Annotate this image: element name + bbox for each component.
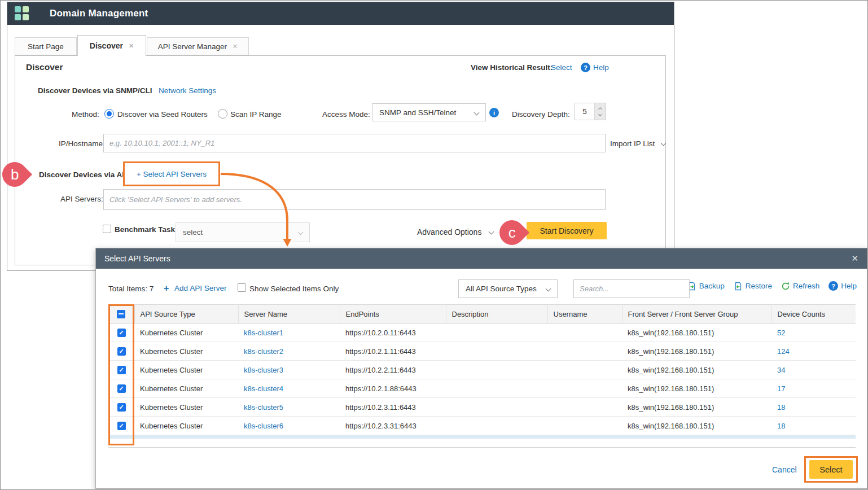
restore-button[interactable]: Restore: [734, 282, 772, 291]
network-settings-link[interactable]: Network Settings: [159, 86, 216, 95]
help-link[interactable]: Help: [593, 63, 609, 72]
server-name-link[interactable]: k8s-cluster4: [244, 384, 283, 393]
help-button[interactable]: ? Help: [828, 281, 857, 291]
tab-api-server-manager[interactable]: API Server Manager ✕: [147, 37, 249, 55]
api-source-type-filter[interactable]: All API Source Types: [458, 279, 558, 298]
app-header: Domain Management: [7, 2, 674, 25]
refresh-button[interactable]: Refresh: [781, 282, 819, 291]
row-checkbox[interactable]: [117, 347, 126, 356]
select-api-servers-link[interactable]: + Select API Servers: [137, 170, 207, 178]
endpoints-cell: https://10.2.3.31:6443: [340, 417, 446, 435]
description-cell: [446, 342, 547, 361]
ip-hostname-input[interactable]: [103, 134, 606, 152]
backup-button[interactable]: Backup: [687, 282, 725, 291]
page: Domain Management Start Page Discover ✕ …: [0, 0, 868, 490]
page-title: Discover: [26, 62, 63, 72]
benchmark-task-select[interactable]: select: [176, 222, 310, 242]
table-row: Kubernetes Clusterk8s-cluster2https://10…: [108, 342, 856, 361]
plus-icon: +: [164, 283, 169, 293]
column-header: Username: [547, 305, 622, 323]
api-servers-input[interactable]: [103, 189, 606, 210]
discovery-depth-stepper[interactable]: 5: [575, 103, 606, 120]
select-all-checkbox[interactable]: [117, 310, 125, 318]
table-cell: k8s-cluster1: [238, 323, 340, 342]
username-cell: [547, 342, 622, 361]
table-cell: 124: [771, 342, 856, 361]
advanced-options-toggle[interactable]: Advanced Options: [417, 228, 493, 237]
table-cell: 18: [771, 398, 856, 417]
device-count-link[interactable]: 34: [777, 366, 785, 374]
radio-label: Discover via Seed Routers: [117, 110, 208, 119]
api-source-type-cell: Kubernetes Cluster: [134, 417, 238, 435]
username-cell: [547, 361, 622, 379]
start-discovery-button[interactable]: Start Discovery: [527, 222, 607, 239]
discovery-depth-value: 5: [575, 103, 594, 120]
table-row: Kubernetes Clusterk8s-cluster4https://10…: [108, 379, 856, 398]
restore-label: Restore: [746, 282, 772, 290]
show-selected-checkbox[interactable]: [238, 283, 246, 292]
description-cell: [446, 361, 547, 379]
tab-discover[interactable]: Discover ✕: [77, 35, 146, 56]
table-cell: k8s-cluster4: [238, 379, 340, 398]
api-source-type-cell: Kubernetes Cluster: [134, 361, 238, 379]
cancel-button[interactable]: Cancel: [772, 465, 797, 474]
import-ip-list-menu[interactable]: Import IP List: [610, 139, 665, 148]
benchmark-task-checkbox[interactable]: [103, 225, 111, 233]
partial-row-7: [108, 435, 856, 439]
endpoints-cell: https://10.2.3.11:6443: [340, 398, 446, 417]
username-cell: [547, 323, 622, 342]
radio-discover-via-seed-routers[interactable]: [104, 109, 114, 119]
column-header: EndPoints: [340, 305, 446, 323]
table-cell: [108, 379, 134, 398]
advanced-options-label: Advanced Options: [417, 228, 481, 237]
server-name-link[interactable]: k8s-cluster2: [244, 347, 283, 356]
show-selected-label: Show Selected Items Only: [249, 285, 339, 293]
select-api-servers-highlight: + Select API Servers: [123, 161, 220, 186]
row-checkbox[interactable]: [117, 366, 126, 374]
device-count-link[interactable]: 18: [777, 422, 785, 430]
server-name-link[interactable]: k8s-cluster1: [244, 329, 283, 337]
row-checkbox[interactable]: [117, 384, 126, 393]
ip-hostname-label: IP/Hostname:: [59, 139, 105, 148]
column-header: Description: [446, 305, 547, 323]
app-grid-icon[interactable]: [15, 6, 29, 21]
table-row: Kubernetes Clusterk8s-cluster6https://10…: [108, 417, 856, 435]
select-api-servers-dialog: Select API Servers ✕ Total Items: 7 + Ad…: [95, 248, 867, 489]
api-source-type-cell: Kubernetes Cluster: [134, 342, 238, 361]
app-title: Domain Management: [50, 8, 148, 19]
description-cell: [446, 398, 547, 417]
close-tab-icon[interactable]: ✕: [233, 43, 238, 50]
backup-label: Backup: [699, 282, 725, 290]
row-checkbox[interactable]: [117, 403, 126, 412]
table-row: Kubernetes Clusterk8s-cluster5https://10…: [108, 398, 856, 417]
server-name-link[interactable]: k8s-cluster3: [244, 366, 283, 374]
server-name-link[interactable]: k8s-cluster6: [244, 422, 283, 430]
row-checkbox[interactable]: [117, 329, 126, 337]
radio-scan-ip-range[interactable]: [218, 109, 227, 119]
device-count-link[interactable]: 17: [777, 384, 785, 393]
api-source-type-cell: Kubernetes Cluster: [134, 379, 238, 398]
add-api-server-link[interactable]: + Add API Server: [164, 283, 226, 294]
help-icon[interactable]: ?: [581, 63, 590, 72]
search-input[interactable]: [573, 279, 690, 298]
tab-start-page[interactable]: Start Page: [15, 37, 77, 55]
stepper-arrows[interactable]: [594, 103, 606, 120]
method-label: Method:: [72, 110, 99, 119]
device-count-link[interactable]: 18: [777, 403, 785, 412]
close-tab-icon[interactable]: ✕: [129, 43, 134, 49]
access-mode-select[interactable]: SNMP and SSH/Telnet: [372, 103, 486, 121]
close-icon[interactable]: ✕: [851, 253, 858, 264]
device-count-link[interactable]: 124: [777, 347, 790, 356]
api-source-type-cell: Kubernetes Cluster: [134, 398, 238, 417]
username-cell: [547, 417, 622, 435]
device-count-link[interactable]: 52: [777, 329, 785, 337]
info-icon[interactable]: i: [489, 108, 499, 117]
row-checkbox[interactable]: [117, 422, 126, 430]
tab-label: Start Page: [28, 42, 64, 51]
chevron-down-icon: [474, 110, 480, 115]
server-name-link[interactable]: k8s-cluster5: [244, 403, 283, 412]
endpoints-cell: https://10.2.1.88:6443: [340, 379, 446, 398]
view-historical-select-link[interactable]: Select: [551, 63, 572, 72]
access-mode-value: SNMP and SSH/Telnet: [379, 108, 456, 117]
api-source-type-cell: Kubernetes Cluster: [134, 323, 238, 342]
